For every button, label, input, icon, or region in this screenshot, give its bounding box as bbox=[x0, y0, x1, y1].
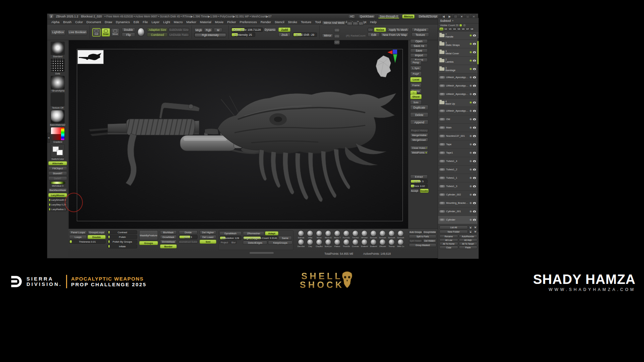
menu-item[interactable]: Marker bbox=[186, 20, 197, 24]
gear-icon[interactable]: ✱ bbox=[469, 219, 472, 222]
subtool-item[interactable]: Tape1 ✱ bbox=[438, 149, 479, 157]
menu-item[interactable]: Tool bbox=[314, 20, 321, 24]
view-toggle-button[interactable]: Solo bbox=[410, 100, 422, 105]
folder-down-icon[interactable]: ▼ bbox=[473, 230, 477, 234]
brush-item[interactable]: Move bbox=[315, 230, 323, 239]
eye-icon[interactable] bbox=[473, 35, 476, 37]
menu-item[interactable]: Material bbox=[199, 20, 212, 24]
quicksave-button[interactable]: QuickSave bbox=[358, 14, 375, 18]
panel-loops-button[interactable]: Panel Loops bbox=[69, 230, 87, 234]
brush-item[interactable]: Transp bbox=[387, 239, 396, 247]
subtool-item[interactable]: Cylinder ✱ bbox=[438, 216, 479, 224]
brush-item[interactable]: hPolish bbox=[360, 230, 369, 239]
left-panel-item[interactable]: SwitchColor bbox=[48, 144, 67, 160]
gear-icon[interactable]: ✱ bbox=[469, 177, 472, 180]
subtool-footer-button[interactable]: Copy bbox=[439, 246, 458, 249]
subtool-item[interactable]: UMesh_Apocalyptic Weapon ✱ bbox=[438, 107, 479, 115]
gear-icon[interactable]: ✱ bbox=[469, 34, 472, 37]
home-icon[interactable]: ⌂ bbox=[410, 90, 417, 95]
menu-item[interactable]: Edit bbox=[133, 20, 140, 24]
split-hidden-button[interactable]: Split Hidden bbox=[409, 239, 422, 243]
gear-icon[interactable]: ✱ bbox=[469, 135, 472, 138]
menu-item[interactable]: Layer bbox=[151, 20, 160, 24]
del-hidden-button[interactable]: Del Hidden bbox=[423, 239, 436, 243]
brush-item[interactable]: Move E bbox=[324, 230, 332, 239]
gear-icon[interactable]: ✱ bbox=[469, 118, 472, 121]
menu-item[interactable]: Dynamics bbox=[115, 20, 130, 24]
menu-item[interactable]: Render bbox=[260, 20, 272, 24]
sculpt-viewport[interactable] bbox=[69, 40, 408, 229]
subtool-header[interactable]: Subtool ▾ bbox=[438, 18, 479, 23]
weapon-model[interactable] bbox=[77, 49, 403, 221]
eye-icon[interactable] bbox=[473, 160, 476, 162]
polish-slider[interactable]: Polish By Groups bbox=[108, 240, 137, 244]
eye-icon[interactable] bbox=[473, 143, 476, 145]
menu-item[interactable]: Brush bbox=[62, 20, 72, 24]
subtool-item[interactable]: Tubes1_3 ✱ bbox=[438, 182, 479, 191]
brush-item[interactable]: Smooth bbox=[387, 230, 396, 239]
target-polygons-slider[interactable]: Target Polygons Count9.9141 bbox=[243, 236, 278, 240]
blur-toggle[interactable]: Blur bbox=[230, 241, 237, 244]
subtool-scrollbar[interactable] bbox=[477, 38, 479, 232]
left-panel-item[interactable]: Standard bbox=[48, 42, 67, 58]
subtool-item[interactable]: 2 Lambis ✱ bbox=[438, 57, 479, 65]
left-panel-item[interactable]: Alternate bbox=[48, 161, 67, 165]
menu-item[interactable]: Macro bbox=[173, 20, 183, 24]
subtool-item[interactable]: 4 Back Up ✱ bbox=[438, 99, 479, 107]
polish-slider[interactable]: Inflate bbox=[108, 244, 137, 248]
view-toggle-button[interactable]: Ghost bbox=[410, 94, 422, 99]
gear-icon[interactable]: ✱ bbox=[469, 152, 472, 155]
delete-level-button[interactable]: Del Lower bbox=[200, 235, 216, 239]
mode-button[interactable]: Draw bbox=[102, 28, 110, 37]
view-toggle-button[interactable]: Local bbox=[410, 77, 422, 82]
version-button[interactable]: V4 bbox=[452, 27, 457, 31]
subtool-footer-button[interactable]: All High bbox=[459, 238, 478, 242]
mode-button[interactable]: Edit bbox=[92, 28, 101, 37]
apply-to-mesh-button[interactable]: Apply To Mesh bbox=[387, 27, 409, 32]
subtool-footer-button[interactable]: All To Target bbox=[459, 242, 478, 245]
mask-button[interactable]: GrowMask bbox=[160, 235, 177, 239]
groups-loops-button[interactable]: GroupsLoops bbox=[88, 230, 105, 234]
menu-item[interactable]: Stencil bbox=[274, 20, 285, 24]
tool-file-button[interactable]: Open bbox=[410, 39, 428, 43]
tool-file-button[interactable]: Save As bbox=[410, 44, 428, 48]
split-to-parts-button[interactable]: Split to Parts bbox=[409, 235, 436, 238]
resolution-slider[interactable]: Resolution128 bbox=[219, 236, 241, 240]
zremesher-button[interactable]: ZRemesher bbox=[243, 231, 264, 235]
tool-file-button[interactable]: Save bbox=[410, 49, 428, 53]
subtool-item[interactable]: UMesh_Apocalyptic Weapon ✱ bbox=[438, 82, 479, 90]
mirror-axis-button[interactable]: >X< bbox=[347, 21, 353, 26]
eye-icon[interactable] bbox=[473, 185, 476, 187]
subtool-item[interactable]: Old ✱ bbox=[438, 115, 479, 124]
eye-icon[interactable] bbox=[473, 43, 476, 45]
brush-item[interactable]: SnakeH bbox=[369, 239, 378, 247]
version-button[interactable]: V2 bbox=[444, 27, 448, 31]
project-toggle[interactable]: Project bbox=[219, 241, 229, 244]
dynamic-toggle[interactable]: Dynamic bbox=[264, 27, 276, 32]
view-toggle-button[interactable]: Persp bbox=[410, 60, 422, 65]
gear-icon[interactable]: ✱ bbox=[469, 93, 472, 96]
subtool-footer-button[interactable]: All To Home bbox=[439, 242, 458, 245]
ssmt-slider[interactable]: S.Smt5 bbox=[410, 179, 428, 183]
eye-icon[interactable] bbox=[473, 76, 476, 78]
same-button[interactable]: Same bbox=[278, 236, 292, 240]
double-loops-button[interactable]: Double bbox=[88, 235, 105, 239]
thickness-slider[interactable]: Thickness 0.01 bbox=[69, 240, 106, 244]
eye-icon[interactable] bbox=[473, 219, 476, 221]
gear-icon[interactable]: ✱ bbox=[469, 84, 472, 87]
left-panel-item[interactable]: LazyMouse bbox=[48, 193, 67, 197]
view-toggle-button[interactable]: L.Sym bbox=[410, 66, 422, 71]
merge-button[interactable]: MergeDown bbox=[410, 138, 428, 142]
subtool-item[interactable]: Tape ✱ bbox=[438, 140, 479, 149]
subtool-item[interactable]: Tubes1_2 ✱ bbox=[438, 166, 479, 174]
version-button[interactable]: V5 bbox=[457, 27, 461, 31]
subtool-item[interactable]: UMesh_Apocalyptic Weapon ✱ bbox=[438, 73, 479, 82]
new-from-uv-map-button[interactable]: New From UV Map bbox=[381, 33, 408, 37]
gear-icon[interactable]: ✱ bbox=[469, 168, 472, 171]
eye-icon[interactable] bbox=[473, 127, 476, 129]
double-button[interactable]: Double bbox=[122, 27, 135, 32]
subtool-footer-button[interactable]: Rename bbox=[439, 235, 458, 238]
eye-icon[interactable] bbox=[473, 194, 476, 196]
mirror-axis-button[interactable]: >Z< bbox=[358, 21, 364, 26]
mirror-axis-button[interactable]: >Y< bbox=[334, 34, 340, 39]
